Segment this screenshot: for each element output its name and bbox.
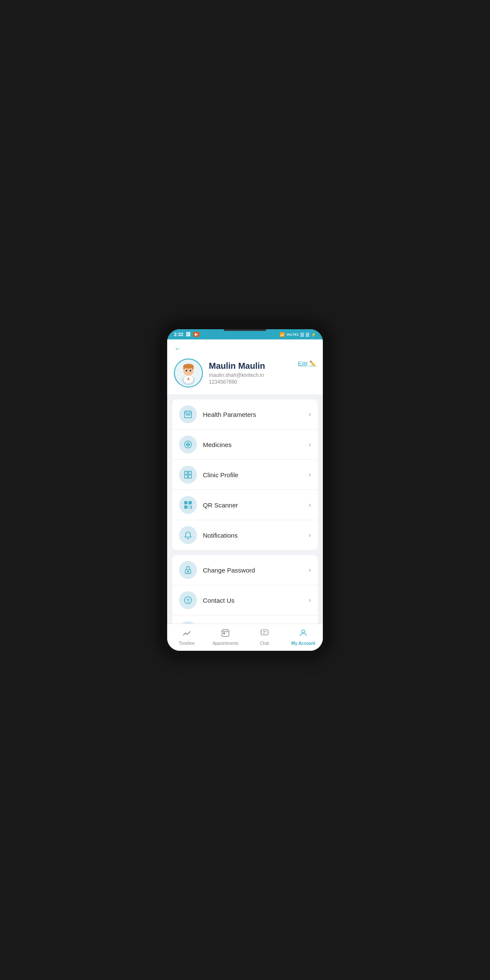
edit-label: Edit — [298, 360, 308, 367]
health-parameters-icon-circle — [179, 405, 197, 423]
clinic-profile-label: Clinic Profile — [203, 471, 303, 479]
menu-section-1: Health Parameters › Medicines › — [172, 399, 318, 550]
menu-item-clinic-profile[interactable]: Clinic Profile › — [172, 460, 318, 490]
lte-label: VoLTE1 — [287, 333, 299, 336]
svg-text:?: ? — [187, 598, 190, 603]
timeline-icon — [182, 628, 191, 640]
svg-rect-7 — [192, 366, 194, 370]
profile-name: Maulin Maulin — [209, 361, 292, 371]
medicines-label: Medicines — [203, 441, 303, 448]
menu-item-qr-scanner[interactable]: QR Scanner › — [172, 490, 318, 520]
svg-rect-23 — [185, 475, 188, 478]
svg-point-8 — [185, 370, 187, 371]
svg-rect-51 — [224, 633, 225, 634]
svg-rect-52 — [261, 630, 268, 635]
notch — [224, 329, 266, 331]
menu-item-health-parameters[interactable]: Health Parameters › — [172, 399, 318, 430]
svg-rect-32 — [185, 507, 187, 508]
notifications-icon-circle — [179, 526, 197, 544]
appointments-label: Appointments — [213, 641, 239, 646]
chat-label: Chat — [260, 641, 269, 646]
edit-pencil-icon: ✏️ — [309, 360, 316, 367]
notification-icon: ▶ — [193, 332, 199, 337]
contact-us-chevron: › — [309, 596, 311, 604]
wifi-icon: 📶 — [279, 332, 285, 337]
qr-scanner-icon-circle — [179, 496, 197, 514]
signal-icon: ||| — [300, 332, 304, 337]
gallery-icon: 🖼 — [186, 332, 191, 337]
svg-rect-15 — [188, 414, 189, 416]
contact-us-icon-circle: ? — [179, 591, 197, 609]
svg-point-9 — [190, 370, 191, 371]
avatar — [174, 359, 203, 387]
nav-item-chat[interactable]: Chat — [245, 627, 284, 647]
menu-item-notifications[interactable]: Notifications › — [172, 520, 318, 550]
my-account-icon — [299, 628, 308, 640]
svg-rect-47 — [222, 630, 229, 637]
clinic-profile-icon-circle — [179, 466, 197, 484]
chat-icon — [260, 628, 269, 640]
svg-rect-16 — [189, 414, 191, 416]
qr-scanner-chevron: › — [309, 501, 311, 509]
svg-rect-14 — [186, 414, 187, 416]
profile-section: Maulin Maulin maulin.shah@kivitech.in 12… — [174, 359, 316, 387]
svg-rect-24 — [188, 475, 191, 478]
timeline-label: Timeline — [179, 641, 194, 646]
appointments-icon — [221, 628, 230, 640]
nav-item-my-account[interactable]: My Account — [284, 627, 323, 647]
phone-screen: 2:32 🖼 ▶ 📶 VoLTE1 ||| ||| ⚡ ← — [167, 329, 323, 651]
status-bar-right: 📶 VoLTE1 ||| ||| ⚡ — [279, 332, 316, 337]
my-account-label: My Account — [291, 641, 315, 646]
menu-item-share-app[interactable]: Share App › — [172, 615, 318, 624]
notifications-chevron: › — [309, 531, 311, 539]
svg-rect-6 — [183, 366, 185, 370]
menu-item-change-password[interactable]: Change Password › — [172, 555, 318, 585]
phone-frame: 2:32 🖼 ▶ 📶 VoLTE1 ||| ||| ⚡ ← — [162, 324, 328, 656]
back-button[interactable]: ← — [174, 345, 182, 353]
back-arrow-icon: ← — [174, 345, 182, 353]
menu-section-2: Change Password › ? Contact Us › — [172, 555, 318, 624]
health-parameters-chevron: › — [309, 410, 311, 418]
menu-item-medicines[interactable]: Medicines › — [172, 430, 318, 460]
profile-email: maulin.shah@kivitech.in — [209, 372, 292, 378]
header-area: ← — [167, 339, 323, 394]
edit-button[interactable]: Edit ✏️ — [298, 360, 316, 367]
change-password-chevron: › — [309, 566, 311, 574]
battery-icon: ⚡ — [311, 332, 316, 337]
profile-info: Maulin Maulin maulin.shah@kivitech.in 12… — [209, 361, 292, 385]
status-bar-left: 2:32 🖼 ▶ — [174, 332, 199, 337]
svg-rect-31 — [190, 502, 191, 504]
notifications-label: Notifications — [203, 532, 303, 539]
signal2-icon: ||| — [306, 332, 309, 337]
medicines-chevron: › — [309, 441, 311, 448]
svg-rect-21 — [185, 471, 188, 474]
profile-phone: 1234567890 — [209, 379, 292, 385]
svg-rect-30 — [185, 502, 187, 504]
svg-point-55 — [302, 630, 305, 633]
qr-scanner-label: QR Scanner — [203, 501, 303, 509]
clinic-profile-chevron: › — [309, 471, 311, 479]
health-parameters-label: Health Parameters — [203, 411, 303, 418]
svg-point-39 — [188, 571, 189, 572]
change-password-icon-circle — [179, 561, 197, 579]
svg-point-2 — [184, 376, 194, 384]
bottom-nav: Timeline Appointments — [167, 624, 323, 651]
contact-us-label: Contact Us — [203, 597, 303, 604]
scrollable-content: Health Parameters › Medicines › — [167, 394, 323, 624]
svg-rect-22 — [188, 471, 191, 474]
status-time: 2:32 — [174, 332, 183, 337]
nav-item-timeline[interactable]: Timeline — [167, 627, 206, 647]
change-password-label: Change Password — [203, 567, 303, 574]
menu-item-contact-us[interactable]: ? Contact Us › — [172, 585, 318, 615]
medicines-icon-circle — [179, 436, 197, 453]
nav-item-appointments[interactable]: Appointments — [206, 627, 245, 647]
